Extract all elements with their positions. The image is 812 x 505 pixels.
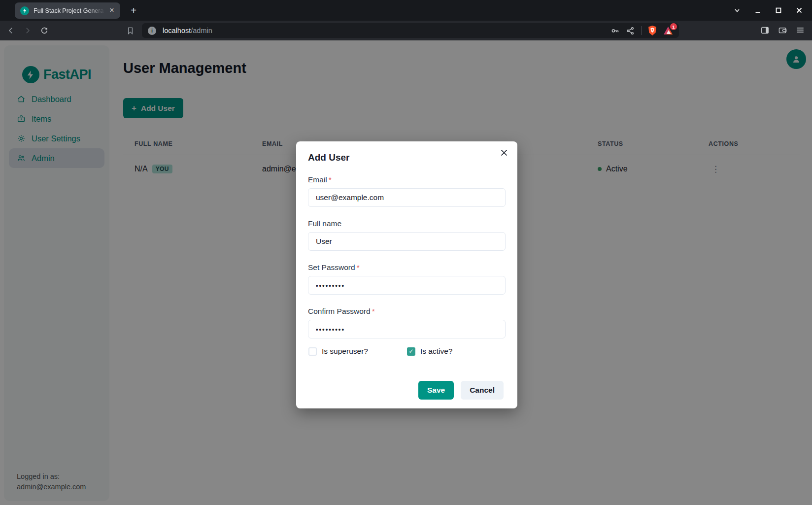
menu-hamburger-icon[interactable] [793,23,807,37]
add-user-modal: Add User Email* Full name Set Password* … [296,141,517,408]
url-host: localhost [163,27,191,34]
back-icon[interactable] [4,24,18,37]
checkbox-row: ✓ Is superuser? ✓ Is active? [308,347,506,356]
tab-close-icon[interactable]: × [107,6,116,15]
required-asterisk: * [329,175,332,184]
is-superuser-label: Is superuser? [322,347,368,356]
email-field-group: Email* [308,175,506,207]
reload-icon[interactable] [37,24,51,37]
bookmark-icon[interactable] [123,24,137,37]
set-password-field[interactable] [308,276,506,295]
tab-title: Full Stack Project Genera [34,7,107,14]
full-name-field-group: Full name [308,219,506,251]
set-password-label: Set Password* [308,263,506,272]
window-minimize-button[interactable] [752,4,764,16]
checkbox-icon[interactable]: ✓ [407,347,415,356]
cancel-button[interactable]: Cancel [461,381,504,400]
browser-toolbar: i localhost/admin 1 [0,21,812,40]
url-text: localhost/admin [163,27,610,34]
wallet-icon[interactable] [776,23,789,37]
sidebar-panel-icon[interactable] [758,23,772,37]
browser-tab[interactable]: Full Stack Project Genera × [15,2,120,19]
checkbox-icon[interactable]: ✓ [308,347,317,356]
save-button[interactable]: Save [418,381,454,400]
rewards-badge-count: 1 [670,23,677,30]
modal-footer: Save Cancel [418,381,504,400]
forward-icon[interactable] [21,24,34,37]
confirm-password-label: Confirm Password* [308,307,506,316]
set-password-field-group: Set Password* [308,263,506,295]
toolbar-divider [641,26,642,35]
window-close-button[interactable] [793,4,805,16]
is-active-label: Is active? [420,347,452,356]
url-path: /admin [191,27,212,34]
full-name-field[interactable] [308,232,506,251]
fastapi-favicon-icon [20,6,29,15]
brave-shield-icon[interactable] [647,25,657,36]
brave-rewards-icon[interactable]: 1 [663,26,674,35]
required-asterisk: * [372,307,375,315]
new-tab-button[interactable]: + [127,4,140,17]
key-icon[interactable] [610,26,620,35]
email-field[interactable] [308,188,506,207]
url-bar[interactable]: i localhost/admin 1 [142,23,679,38]
confirm-password-field[interactable] [308,320,506,338]
required-asterisk: * [357,263,360,271]
confirm-password-field-group: Confirm Password* [308,307,506,338]
modal-title: Add User [308,152,506,163]
full-name-label: Full name [308,219,506,228]
window-chevron-down-icon[interactable] [731,4,743,16]
email-label: Email* [308,175,506,184]
is-active-checkbox[interactable]: ✓ Is active? [407,347,506,356]
site-info-icon[interactable]: i [148,27,156,35]
browser-titlebar: Full Stack Project Genera × + [0,0,812,21]
is-superuser-checkbox[interactable]: ✓ Is superuser? [308,347,407,356]
share-icon[interactable] [626,26,635,35]
window-maximize-button[interactable] [773,4,784,16]
modal-close-icon[interactable] [498,146,510,159]
